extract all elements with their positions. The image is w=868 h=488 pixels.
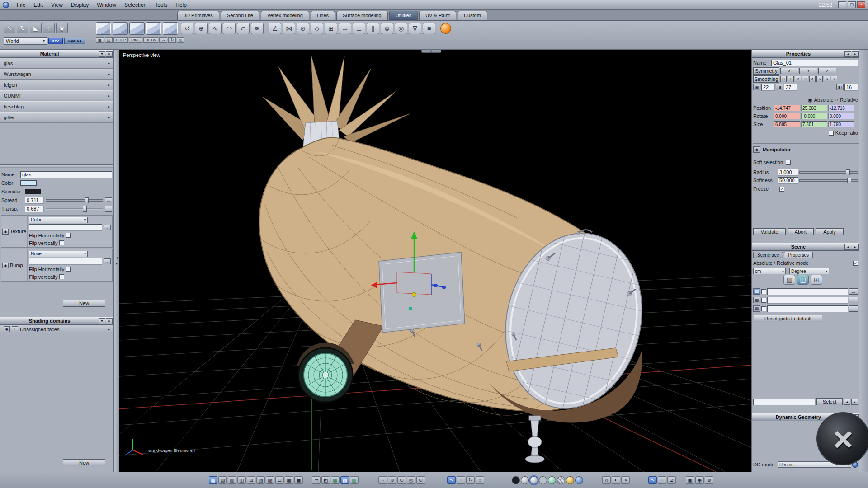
menu-view[interactable]: View <box>47 0 67 9</box>
smoothing-level-button[interactable]: 3 <box>802 76 808 82</box>
radius-slider[interactable] <box>799 171 858 174</box>
menu-help[interactable]: Help <box>171 0 191 9</box>
grid-visible-checkbox[interactable] <box>761 298 766 303</box>
texture-eye-icon[interactable]: ◉ <box>2 229 9 235</box>
grid-visible-checkbox[interactable] <box>761 289 766 294</box>
selection-name-field[interactable] <box>753 399 816 405</box>
grid-plane-icon[interactable]: ◫ <box>797 275 809 285</box>
tab-vertex-modeling[interactable]: Vertex modeling <box>261 11 309 20</box>
face-select-icon[interactable]: ▢ <box>105 37 113 43</box>
material-item-gummi[interactable]: GUMMI▸ <box>0 90 113 101</box>
relative-radio[interactable]: ○ <box>835 97 839 103</box>
specular-swatch[interactable] <box>25 189 41 194</box>
radius-input[interactable] <box>778 169 798 176</box>
bump-flip-vertically-checkbox[interactable] <box>59 274 64 279</box>
new-shading-domain-button[interactable]: New <box>63 459 105 466</box>
ellipse-tool-icon[interactable]: ○ <box>43 23 55 33</box>
bump-flip-horizontally-checkbox[interactable] <box>66 267 71 272</box>
next-icon[interactable]: ▸ <box>851 399 858 405</box>
utilities-tool-icon[interactable]: ⊘ <box>297 23 309 34</box>
display-mode-icon[interactable] <box>566 476 574 484</box>
smoothing-level-button[interactable]: 0 <box>780 76 787 82</box>
zoom-in-icon[interactable]: ⊕ <box>388 476 396 484</box>
grid-plane-icon[interactable]: ▦ <box>783 275 795 285</box>
collapse-right-icon[interactable]: ▸ <box>852 244 859 250</box>
domain-eye-icon[interactable]: ◉ <box>4 326 10 332</box>
grid-plane-icon[interactable]: ⊞ <box>811 275 822 285</box>
dynamic-geometry-x-button[interactable]: × <box>816 412 868 465</box>
rotate-z-field[interactable]: 0.000 <box>828 113 854 119</box>
menu-tools[interactable]: Tools <box>151 0 171 9</box>
size-y-field[interactable]: 7.301 <box>801 121 827 127</box>
freeze-checkbox[interactable]: ✓ <box>779 187 784 192</box>
symmetry-button[interactable]: Symmetry <box>753 67 779 75</box>
symmetry-z-button[interactable]: Z <box>818 68 836 74</box>
tab-lines[interactable]: Lines <box>311 11 335 20</box>
uv-checker-icon[interactable]: ▩ <box>340 476 349 484</box>
target-tool-icon[interactable]: ◉ <box>56 23 68 33</box>
grid-options-icon[interactable]: … <box>849 297 858 303</box>
expand-arrow-icon[interactable]: ▸ <box>108 104 110 109</box>
collapse-left-icon[interactable]: ◂ <box>844 244 851 250</box>
display-mode-icon[interactable] <box>557 476 565 484</box>
grid-visible-checkbox[interactable] <box>761 306 766 311</box>
utilities-tool-icon[interactable]: ⋈ <box>283 23 295 34</box>
spread-input[interactable] <box>25 197 44 204</box>
uv-view-icon[interactable]: ▱ <box>312 476 321 484</box>
smoothing-level-button[interactable]: 2 <box>795 76 801 82</box>
unit-select[interactable]: cm▾ <box>753 268 786 274</box>
tab-properties[interactable]: Properties <box>784 252 813 258</box>
coordinate-space-select[interactable]: World ▾ <box>4 37 47 45</box>
utilities-tool-icon[interactable]: ∇ <box>409 23 421 34</box>
new-material-button[interactable]: New <box>63 300 105 307</box>
snapshot-icon[interactable]: ▣ <box>686 476 694 484</box>
tab-custom[interactable]: Custom <box>458 11 487 20</box>
angle-unit-select[interactable]: Degree▾ <box>789 268 829 274</box>
uv-grid-icon[interactable]: ▦ <box>331 476 340 484</box>
abort-button[interactable]: Abort <box>788 228 814 235</box>
menu-selection[interactable]: Selection <box>120 0 151 9</box>
utilities-tool-icon[interactable]: ↔ <box>339 23 351 34</box>
utilities-tool-icon[interactable]: ∠ <box>269 23 281 34</box>
symmetry-y-button[interactable]: Y <box>799 68 817 74</box>
move-tool-icon[interactable]: + <box>457 476 465 484</box>
zoom-fit-icon[interactable]: ◎ <box>407 476 415 484</box>
tab-second-life[interactable]: Second Life <box>221 11 259 20</box>
smoothing-level-button[interactable]: 1 <box>788 76 794 82</box>
smoothing-level-button[interactable]: 5 <box>816 76 823 82</box>
slider-thumb[interactable] <box>846 169 850 175</box>
close-button[interactable]: × <box>857 1 865 8</box>
viewport-layout-icon[interactable]: ◫ <box>237 476 246 484</box>
menu-file[interactable]: File <box>13 0 29 9</box>
expand-arrow-icon[interactable]: ▸ <box>108 115 110 120</box>
material-item-beschlag[interactable]: beschlag▸ <box>0 101 113 112</box>
smoothing-level-button[interactable]: 4 <box>809 76 816 82</box>
pan-icon[interactable]: ↔ <box>378 476 387 484</box>
spread-options-icon[interactable]: … <box>105 197 112 203</box>
tab-3d-primitives[interactable]: 3D Primitives <box>177 11 219 20</box>
utilities-tool-icon[interactable]: ∥ <box>367 23 379 34</box>
position-y-field[interactable]: 25.383 <box>801 105 827 111</box>
panel-splitter[interactable] <box>0 164 113 168</box>
viewport-layout-icon[interactable]: ⊟ <box>275 476 284 484</box>
display-mode-icon[interactable] <box>539 476 547 484</box>
tab-utilities[interactable]: Utilities <box>389 11 418 20</box>
transp-options-icon[interactable]: … <box>105 206 112 212</box>
display-mode-icon[interactable] <box>575 476 583 484</box>
bump-mode-select[interactable]: None▾ <box>29 251 88 257</box>
utilities-tool-icon[interactable]: ⊗ <box>381 23 393 34</box>
settings-icon[interactable]: ⊛ <box>705 476 713 484</box>
ring-select-button[interactable]: RING <box>129 37 142 43</box>
collapse-left-icon[interactable]: ◂ <box>844 51 851 57</box>
xyz-toggle-button[interactable]: XYZ <box>48 38 63 44</box>
apply-button[interactable]: Apply <box>816 228 844 235</box>
tab-surface-modeling[interactable]: Surface modeling <box>336 11 388 20</box>
select-cursor-icon[interactable]: ↖ <box>447 476 456 484</box>
grid-icon[interactable]: ▦ <box>753 288 760 295</box>
add-domain-icon[interactable]: + <box>12 326 18 332</box>
utilities-tool-icon[interactable]: ⊂ <box>237 23 250 34</box>
collapse-left-icon[interactable]: ◂ <box>116 256 118 260</box>
softness-slider[interactable] <box>799 179 858 182</box>
viewport-layout-icon[interactable]: ▨ <box>266 476 274 484</box>
collapse-right-icon[interactable]: ▸ <box>116 262 118 266</box>
